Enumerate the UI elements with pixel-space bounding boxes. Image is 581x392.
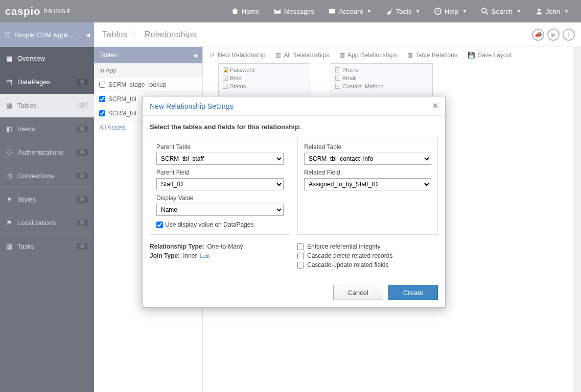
create-button[interactable]: Create [388, 285, 438, 300]
display-value-select[interactable]: Name [156, 204, 284, 216]
logo[interactable]: caspio BRIDGE [5, 6, 72, 17]
datapages-icon: ▤ [6, 78, 12, 86]
sidebar-item-tables[interactable]: ▦ Tables 3 [0, 94, 94, 117]
announce-icon[interactable]: 📣 [532, 29, 544, 41]
tools-icon [386, 8, 393, 15]
badge: 0 [77, 173, 88, 179]
badge: 0 [77, 243, 88, 250]
close-icon[interactable]: × [432, 101, 438, 111]
badge: 0 [77, 219, 88, 226]
nav-account[interactable]: Account ▼ [321, 0, 379, 22]
grid-icon: ▥ [275, 52, 281, 59]
badge: 0 [77, 79, 88, 85]
use-display-checkbox[interactable] [156, 222, 163, 228]
parent-column: Parent Table SCRM_tbl_staff Parent Field… [150, 137, 290, 235]
sidebar-item-tasks[interactable]: ▦ Tasks 0 [0, 235, 94, 258]
tables-panel-header[interactable]: Tables ◀ [94, 47, 202, 63]
breadcrumb-separator: 〉 [131, 29, 140, 40]
tool-table-relations[interactable]: ▥Table Relations [407, 52, 457, 59]
display-value-label: Display Value [156, 194, 284, 202]
info-icon[interactable]: i [563, 29, 575, 41]
nav-user[interactable]: John ▼ [528, 0, 576, 22]
cascade-delete-checkbox[interactable] [297, 253, 304, 259]
sidebar-label: Overview [17, 55, 45, 62]
header-icons: 📣 ▶ i [532, 22, 581, 47]
caret-icon: ▼ [367, 9, 371, 14]
table-checkbox[interactable] [99, 110, 105, 116]
related-table-select[interactable]: SCRM_tbl_contact_info [304, 153, 431, 165]
modal-footer: Cancel Create [143, 278, 445, 307]
sidebar-item-datapages[interactable]: ▤ DataPages 0 [0, 70, 94, 94]
sidebar-label: DataPages [17, 78, 50, 86]
sidebar-item-styles[interactable]: ▼ Styles 0 [0, 188, 94, 211]
sidebar-item-overview[interactable]: ▦ Overview [0, 47, 94, 70]
shield-icon: 🛡 [6, 149, 13, 156]
app-title[interactable]: ☰ Simple CRM Appli... ◀ [0, 22, 94, 47]
nav-label: Messages [284, 8, 314, 15]
sidebar-label: Views [17, 125, 35, 133]
parent-field-label: Parent Field [156, 169, 284, 176]
related-column: Related Table SCRM_tbl_contact_info Rela… [297, 137, 438, 235]
parent-table-label: Parent Table [156, 143, 284, 151]
parent-table-select[interactable]: SCRM_tbl_staff [156, 153, 284, 165]
related-field-select[interactable]: Assigned_to_by_Staff_ID [304, 178, 431, 190]
modal-instruction: Select the tables and fields for this re… [150, 123, 438, 131]
nav-help[interactable]: ? Help ▼ [427, 0, 474, 22]
svg-point-4 [538, 9, 540, 11]
menu-icon: ☰ [4, 31, 10, 39]
sidebar-item-auth[interactable]: 🛡 Authentications 0 [0, 141, 94, 164]
use-display-label: Use display value on DataPages [165, 221, 253, 228]
app-name: Simple CRM Appli... [14, 31, 74, 39]
collapse-icon[interactable]: ◀ [86, 32, 90, 38]
connection-icon: ◫ [6, 172, 12, 180]
modal-body: Select the tables and fields for this re… [143, 116, 445, 278]
svg-point-3 [482, 8, 486, 13]
related-table-label: Related Table [304, 143, 431, 151]
table-name: SCRM_tbl [108, 110, 136, 117]
edit-join-link[interactable]: Edit [200, 253, 210, 259]
parent-field-select[interactable]: Staff_ID [156, 178, 284, 190]
table-name: SCRM_stage_lookup [108, 81, 166, 88]
sidebar-item-connections[interactable]: ◫ Connections 0 [0, 164, 94, 188]
play-icon[interactable]: ▶ [547, 29, 560, 41]
sidebar-item-views[interactable]: ◧ Views 0 [0, 117, 94, 141]
nav-home[interactable]: Home [224, 0, 267, 22]
breadcrumb-tables[interactable]: Tables [102, 30, 127, 40]
cancel-button[interactable]: Cancel [333, 285, 383, 300]
tables-icon: ▦ [6, 102, 12, 109]
overview-icon: ▦ [6, 55, 12, 62]
table-checkbox[interactable] [99, 82, 105, 88]
sidebar-item-localizations[interactable]: ⚑ Localizations 0 [0, 211, 94, 235]
tool-all-relationships[interactable]: ▥All Relationships [275, 52, 329, 59]
badge: 3 [77, 102, 88, 109]
go-icon: ◀ [193, 53, 197, 58]
scrollbar[interactable] [573, 47, 581, 392]
nav-label: Tools [396, 8, 411, 15]
cascade-update-checkbox[interactable] [297, 262, 304, 268]
tool-save-layout[interactable]: 💾Save Layout [468, 52, 512, 59]
question-icon: ? [434, 8, 441, 15]
card-icon [329, 8, 336, 15]
badge: 0 [77, 196, 88, 203]
nav-label: John [546, 8, 560, 15]
filter-in-app[interactable]: In App [94, 63, 202, 78]
table-checkbox[interactable] [99, 96, 105, 102]
enforce-integrity-checkbox[interactable] [297, 243, 304, 250]
rel-icon: ⊬ [210, 52, 215, 59]
save-icon: 💾 [468, 52, 475, 59]
logo-main: caspio [5, 6, 40, 17]
nav-messages[interactable]: Messages [267, 0, 321, 22]
nav-search[interactable]: Search ▼ [474, 0, 528, 22]
tool-new-relationship[interactable]: ⊬New Relationship [210, 52, 265, 59]
sidebar-label: Localizations [17, 219, 56, 227]
home-icon [231, 8, 239, 15]
new-relationship-modal: New Relationship Settings × Select the t… [142, 96, 446, 308]
grid-icon: ▥ [407, 52, 413, 59]
nav-tools[interactable]: Tools ▼ [379, 0, 427, 22]
tool-app-relationships[interactable]: ▥App Relationships [339, 52, 397, 59]
user-icon [536, 8, 543, 15]
svg-text:?: ? [437, 9, 439, 14]
table-item[interactable]: SCRM_stage_lookup [94, 78, 202, 92]
relationship-info: Relationship Type:One-to-Many Join Type:… [150, 243, 290, 271]
app-title-row: ☰ Simple CRM Appli... ◀ Tables 〉 Relatio… [0, 22, 581, 47]
